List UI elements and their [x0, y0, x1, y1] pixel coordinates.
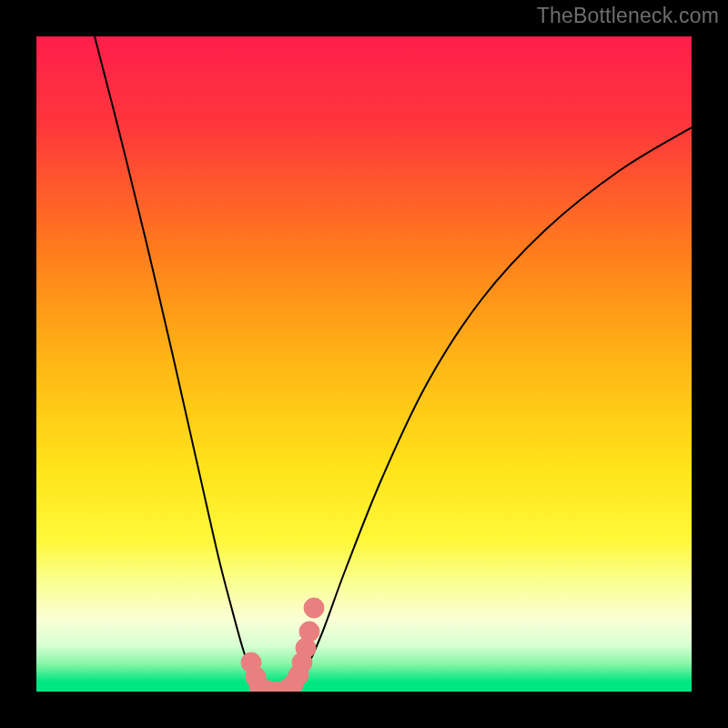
watermark-text: TheBottleneck.com — [537, 4, 719, 28]
chart-svg — [36, 36, 692, 692]
gradient-background — [36, 36, 692, 692]
plot-area — [36, 36, 692, 692]
marker-point — [299, 622, 319, 642]
chart-frame: TheBottleneck.com — [0, 0, 728, 728]
marker-point — [304, 598, 324, 618]
